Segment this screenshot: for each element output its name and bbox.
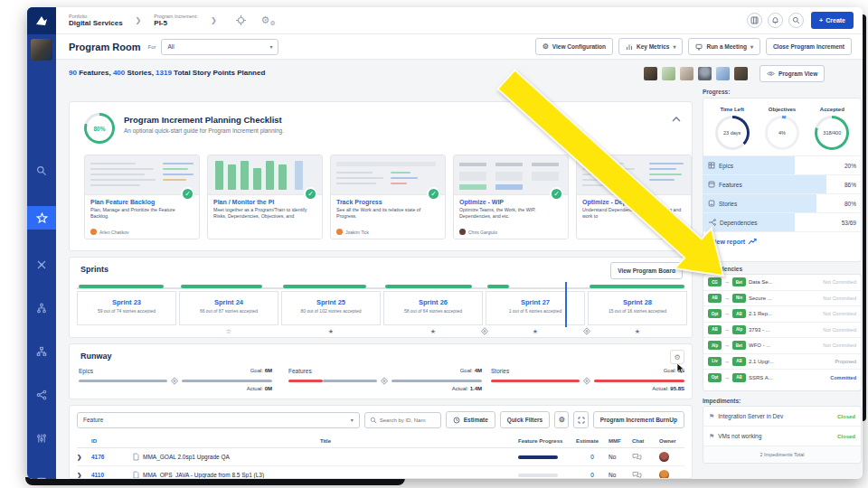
progress-row-features[interactable]: Features 86%	[703, 174, 861, 193]
portfolio-value[interactable]: Digital Services	[69, 19, 123, 27]
check-icon: ✓	[304, 187, 317, 201]
dependency-row[interactable]: AB→NinSecure ...Not Committed	[703, 291, 861, 307]
sprint-card[interactable]: Sprint 2580 out of 102 stories accepted	[281, 291, 381, 325]
search-icon[interactable]	[27, 163, 56, 179]
dependency-row[interactable]: Opt→ABSSRS A...Committed	[703, 370, 861, 386]
page-bar: Program Room For All▾ ⚙View Configuratio…	[56, 34, 863, 60]
checklist-card[interactable]: ✓ Optimize - WIP Optimize Teams, the Wor…	[453, 155, 569, 239]
checklist-card[interactable]: ✓ Plan / Monitor the PI Meet together as…	[207, 155, 323, 239]
pi-value[interactable]: PI-5	[154, 19, 198, 27]
sprint-card[interactable]: Sprint 2658 out of 64 stories accepted	[383, 291, 483, 325]
dependency-row[interactable]: Liv→AB2.1 Upgr...Proposed	[703, 354, 861, 371]
avatar[interactable]	[680, 67, 693, 80]
user-avatar[interactable]	[31, 39, 52, 61]
checklist-card[interactable]: ✓ Track Progress See all the Work and it…	[330, 155, 446, 239]
gear-icon[interactable]: ⚙	[670, 350, 684, 364]
item-type-select[interactable]: Feature▾	[77, 412, 360, 428]
checklist-card[interactable]: Optimize - Dependencies Understand Depen…	[576, 155, 692, 239]
org-chart-icon[interactable]	[27, 343, 56, 360]
team-badge: Bet	[732, 341, 746, 350]
value-stream-icon[interactable]	[27, 300, 56, 316]
sprint-card[interactable]: Sprint 271 out of 6 stories accepted	[486, 291, 585, 325]
owner-avatar[interactable]	[659, 452, 669, 462]
dependency-row[interactable]: CG→BetData Se...Not Committed	[703, 275, 861, 291]
quick-filters-button[interactable]: Quick Filters	[500, 411, 550, 428]
dependency-row[interactable]: Alp→BetWFO - ...Not Committed	[703, 338, 861, 354]
key-metrics-button[interactable]: Key Metrics▾	[618, 38, 684, 55]
sprint-card[interactable]: Sprint 2466 out of 87 stories accepted	[179, 291, 278, 325]
progress-row-dependencies[interactable]: Dependencies 53/69	[703, 212, 861, 231]
avatar[interactable]	[644, 67, 657, 80]
card-desc: Understand Dependencies across the Org a…	[577, 207, 691, 220]
collapse-chevron-icon[interactable]	[672, 117, 681, 122]
board-icon[interactable]	[747, 13, 762, 28]
breadcrumb-portfolio[interactable]: Portfolio: Digital Services	[69, 14, 123, 28]
milestone-diamond-icon[interactable]	[583, 377, 591, 385]
milestone-diamond-icon[interactable]	[481, 327, 489, 335]
feature-id-link[interactable]: 4110	[91, 472, 133, 478]
gear-icon[interactable]: ⚙	[554, 411, 569, 428]
search-icon[interactable]	[788, 13, 804, 28]
dependency-row[interactable]: Opt→AB2.1 Rep...Not Committed	[703, 306, 861, 323]
view-configuration-button[interactable]: ⚙View Configuration	[535, 38, 613, 55]
expand-chevron-icon[interactable]: ❯	[77, 454, 91, 461]
feature-id-link[interactable]: 4176	[91, 454, 133, 460]
objective-star-icon: ★	[328, 328, 334, 335]
create-button[interactable]: +Create	[811, 12, 854, 29]
avatar[interactable]	[662, 67, 675, 80]
search-input[interactable]	[380, 418, 436, 423]
expand-chevron-icon[interactable]: ❯	[77, 472, 91, 479]
search-box[interactable]	[364, 412, 441, 428]
progress-row-stories[interactable]: Stories 80%	[703, 193, 861, 212]
table-row[interactable]: ❯ 4110 MMA_OPS_JAVA - Upgrade from 8.5 S…	[77, 466, 684, 479]
breadcrumb-program-increment[interactable]: Program Increment: PI-5	[154, 14, 198, 28]
program-increment-burnup-button[interactable]: Program Increment BurnUp	[593, 411, 684, 428]
view-program-board-button[interactable]: View Program Board	[610, 262, 683, 279]
dependency-row[interactable]: AB→Alp3793 - ...Not Committed	[703, 323, 861, 339]
program-view-button[interactable]: Program View	[760, 65, 825, 82]
sprint-card[interactable]: Sprint 2815 out of 16 stories accepted	[588, 291, 687, 325]
milestone-diamond-icon[interactable]	[381, 377, 389, 385]
favorites-star-icon[interactable]	[27, 206, 56, 230]
dependency-status: Not Committed	[823, 327, 856, 333]
sprints-title: Sprints	[80, 265, 108, 274]
runway-track-features: FeaturesGoal: 4M Actual: 1.4M	[288, 368, 482, 391]
bar-chart-icon	[626, 43, 633, 51]
chat-icon[interactable]	[632, 471, 659, 479]
gears-icon[interactable]: ⚙⚙	[261, 15, 276, 26]
notifications-bell-icon[interactable]	[768, 13, 783, 28]
dependency-status: Not Committed	[823, 311, 856, 316]
settings-sliders-icon[interactable]	[27, 430, 56, 446]
gauge-objectives: Objectives 4%	[765, 107, 799, 150]
close-program-increment-button[interactable]: Close Program Increment	[766, 38, 852, 55]
impediment-row[interactable]: ⚑ Integration Server in Dev Closed	[703, 407, 861, 427]
chat-icon[interactable]	[632, 453, 659, 461]
team-badge: Opt	[708, 373, 722, 382]
owner-avatar[interactable]	[659, 470, 669, 479]
planned-stats: 90 Features, 400 Stories, 1319 Total Sto…	[69, 69, 265, 77]
scope-select[interactable]: All▾	[161, 39, 278, 55]
table-row[interactable]: ❯ 4176 MMA_GOAL 2.0sp1 Upgrade QA 0 No	[77, 448, 684, 466]
avatar[interactable]	[716, 67, 730, 80]
sprint-card[interactable]: Sprint 2359 out of 74 stories accepted	[77, 291, 176, 325]
milestone-diamond-icon[interactable]	[171, 377, 179, 385]
inbox-icon[interactable]	[27, 474, 56, 479]
chevron-down-icon: ▾	[269, 43, 272, 50]
checklist-card[interactable]: ✓ Plan Feature Backlog Plan, Manage and …	[84, 155, 200, 239]
milestone-diamond-icon[interactable]	[583, 327, 591, 335]
view-report-link[interactable]: View report	[703, 231, 861, 250]
progress-row-epics[interactable]: Epics 20%	[703, 155, 861, 174]
run-a-meeting-button[interactable]: Run a Meeting▾	[688, 38, 760, 55]
estimate-button[interactable]: Estimate	[446, 411, 495, 428]
avatar[interactable]	[734, 67, 748, 80]
network-icon[interactable]	[27, 387, 56, 403]
avatar[interactable]	[698, 67, 712, 80]
card-author: Joakim Tick	[336, 229, 369, 235]
expand-icon[interactable]	[573, 411, 588, 428]
top-bar: Portfolio: Digital Services ❯ Program In…	[56, 7, 863, 34]
programs-icon[interactable]	[27, 257, 56, 273]
page: Portfolio: Digital Services ❯ Program In…	[0, 0, 868, 488]
crosshair-icon[interactable]	[235, 14, 247, 26]
app-logo-icon[interactable]	[27, 7, 56, 34]
impediment-row[interactable]: ⚑ VMs not working Closed	[703, 427, 861, 446]
